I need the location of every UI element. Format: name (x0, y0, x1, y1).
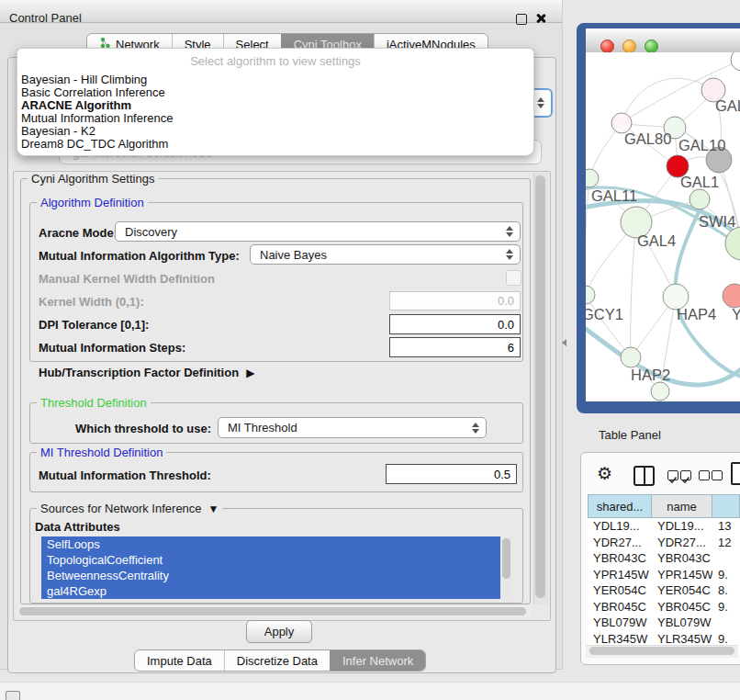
dropdown-item[interactable]: Mutual Information Inference (21, 112, 528, 125)
column-header-name[interactable]: name (652, 494, 712, 518)
zoom-traffic-light[interactable] (645, 40, 658, 53)
table-row[interactable]: YER054CYER054C8. (588, 582, 740, 599)
mi-type-value: Naive Bayes (260, 248, 327, 262)
group-title: Algorithm Definition (37, 196, 148, 209)
mi-type-combobox[interactable]: Naive Bayes (250, 244, 521, 265)
table-body[interactable]: YDL19...YDL19...13 YDR27...YDR27...12 YB… (588, 518, 740, 656)
algorithm-dropdown-popup: Select algorithm to view settings Bayesi… (17, 48, 534, 156)
group-title: Cyni Algorithm Settings (28, 172, 158, 186)
minimize-traffic-light[interactable] (622, 40, 636, 53)
cell: YBR043C (588, 550, 652, 567)
columns-icon[interactable] (633, 466, 655, 486)
tab-discretize-data[interactable]: Discretize Data (224, 650, 330, 671)
node-label: HAP2 (631, 367, 670, 383)
hub-definition-expander[interactable]: Hub/Transcription Factor Definition ▶ (39, 366, 254, 379)
dropdown-item[interactable]: Bayesian - K2 (21, 125, 528, 138)
node-label: GAL11 (591, 187, 637, 204)
table-row[interactable]: YDR27...YDR27...12 (588, 535, 740, 551)
which-threshold-label: Which threshold to use: (73, 422, 211, 435)
checked-checkbox-icon[interactable] (667, 470, 678, 480)
network-node[interactable] (731, 52, 740, 71)
panel-splitter-arrow[interactable] (562, 339, 566, 346)
node-label: Y (732, 306, 740, 322)
cell: YPR145W (588, 567, 652, 583)
gear-icon[interactable]: ⚙ (597, 464, 612, 484)
table-panel-header[interactable]: Table Panel (574, 421, 740, 448)
dropdown-item-selected[interactable]: ARACNE Algorithm (21, 99, 528, 112)
attribute-item-selected[interactable]: BetweennessCentrality (41, 568, 500, 583)
attribute-item-selected[interactable]: TopologicalCoefficient (41, 552, 500, 568)
float-window-icon[interactable] (516, 14, 527, 25)
node-label: SWI4 (699, 213, 735, 230)
dpi-tolerance-label: DPI Tolerance [0,1]: (39, 318, 149, 332)
close-traffic-light[interactable] (600, 40, 614, 53)
aracne-mode-combobox[interactable]: Discovery (115, 221, 521, 242)
mi-type-label: Mutual Information Algorithm Type: (39, 249, 240, 263)
kernel-width-field: 0.0 (389, 291, 521, 310)
mi-threshold-value: 0.5 (494, 468, 510, 481)
dropdown-item[interactable]: Bayesian - Hill Climbing (21, 73, 528, 86)
apply-button[interactable]: Apply (246, 620, 312, 643)
column-header-shared-name[interactable]: shared... (588, 494, 652, 518)
unchecked-checkbox-icon[interactable] (712, 470, 723, 480)
column-header-partial[interactable] (712, 494, 740, 518)
dropdown-item[interactable]: Dream8 DC_TDC Algorithm (21, 138, 528, 151)
file-icon[interactable] (731, 462, 740, 485)
table-row[interactable]: YBR045CYBR045C9. (588, 599, 740, 615)
sources-expander[interactable]: Sources for Network Inference ▼ (37, 502, 222, 515)
unchecked-checkbox-icon[interactable] (699, 470, 710, 480)
close-icon[interactable] (535, 13, 546, 24)
screen: Control Panel Network Style Select Cyni … (0, 0, 740, 700)
dropdown-item[interactable]: Basic Correlation Inference (21, 86, 528, 99)
network-window-titlebar[interactable] (586, 28, 740, 53)
sources-title: Sources for Network Inference (40, 502, 202, 515)
hub-definition-label: Hub/Transcription Factor Definition (39, 366, 239, 379)
network-node-hap2[interactable] (621, 347, 641, 367)
table-panel-title: Table Panel (574, 428, 661, 442)
network-node-salmon[interactable] (723, 284, 740, 308)
control-panel-titlebar[interactable] (0, 0, 562, 23)
data-attributes-list: SelfLoops TopologicalCoefficient Between… (41, 536, 500, 599)
bottom-tab-bar: Impute Data Discretize Data Infer Networ… (134, 649, 426, 672)
mi-steps-field[interactable]: 6 (389, 337, 521, 357)
cell: YDR27... (652, 535, 712, 551)
expander-right-arrow-icon: ▶ (246, 367, 254, 379)
table-horizontal-scrollbar-thumb[interactable] (589, 647, 734, 655)
group-title: MI Threshold Definition (37, 446, 166, 459)
tab-infer-network[interactable]: Infer Network (330, 650, 425, 671)
mi-threshold-field[interactable]: 0.5 (386, 464, 517, 484)
tab-impute-data[interactable]: Impute Data (135, 650, 224, 671)
combo-spinner-icon (506, 226, 513, 237)
which-threshold-combobox[interactable]: MI Threshold (218, 417, 487, 438)
table-row[interactable]: YBR043CYBR043C (588, 550, 740, 567)
network-view-canvas[interactable]: GAL GAL80 GAL10 GAL1 GAL11 SWI4 GAL4 GCY… (586, 52, 740, 401)
collapsed-panel-icon[interactable] (6, 691, 20, 700)
network-node[interactable] (651, 382, 669, 401)
manual-kernel-checkbox (506, 270, 521, 286)
attribute-item-selected[interactable]: gal4RGexp (41, 583, 500, 599)
cell: YBR045C (652, 599, 712, 615)
cell: YER054C (588, 582, 652, 599)
cell: 12 (712, 535, 740, 551)
aracne-mode-label: Aracne Mode: (39, 226, 118, 240)
which-threshold-value: MI Threshold (228, 421, 297, 435)
table-row[interactable]: YPR145WYPR145W9. (588, 567, 740, 583)
dpi-tolerance-field[interactable]: 0.0 (389, 314, 521, 334)
network-node-gcy1[interactable] (586, 286, 595, 304)
node-label: GCY1 (586, 306, 623, 322)
tab-infer-network-label: Infer Network (342, 654, 413, 668)
checked-checkbox-icon[interactable] (680, 470, 691, 480)
cell: 9. (712, 599, 740, 615)
attributes-scrollbar-thumb[interactable] (502, 538, 510, 579)
cell: 13 (712, 518, 740, 535)
cell: YBL079W (588, 615, 652, 631)
network-node-gal1[interactable] (690, 189, 710, 209)
table-row[interactable]: YBL079WYBL079W (588, 615, 740, 631)
attribute-item-selected[interactable]: SelfLoops (41, 536, 500, 552)
horizontal-scrollbar-thumb[interactable] (19, 607, 526, 615)
vertical-scrollbar-thumb[interactable] (535, 175, 545, 598)
dpi-tolerance-value: 0.0 (498, 318, 514, 332)
table-row[interactable]: YDL19...YDL19...13 (588, 518, 740, 535)
combo-spinner-icon (537, 97, 544, 108)
network-node[interactable] (725, 227, 740, 260)
